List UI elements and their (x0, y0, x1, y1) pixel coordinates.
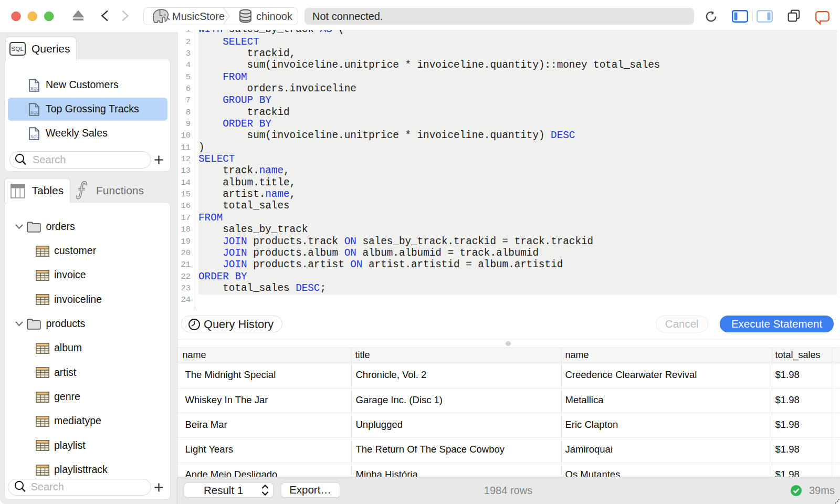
svg-text:SQL: SQL (30, 134, 39, 139)
svg-text:SQL: SQL (30, 86, 39, 90)
svg-text:SQL: SQL (30, 110, 39, 114)
